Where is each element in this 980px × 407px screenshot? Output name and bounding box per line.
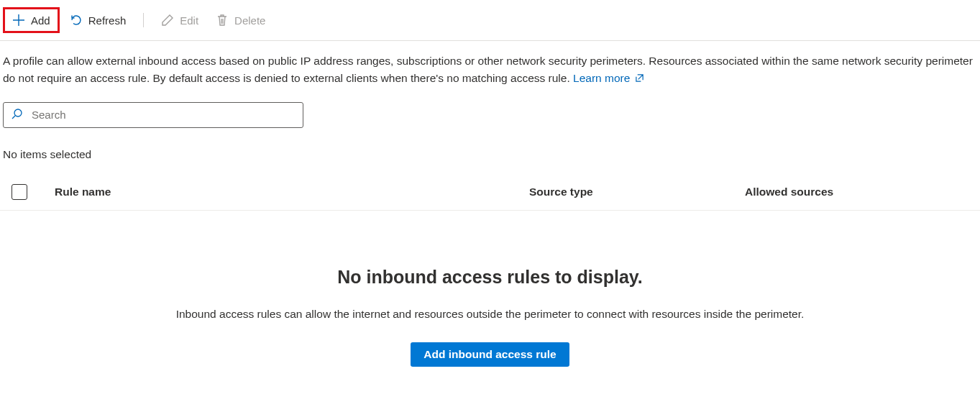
- refresh-button[interactable]: Refresh: [63, 9, 134, 31]
- external-link-icon: [635, 70, 644, 88]
- refresh-button-label: Refresh: [88, 14, 127, 27]
- learn-more-link[interactable]: Learn more: [573, 72, 644, 84]
- empty-state: No inbound access rules to display. Inbo…: [0, 211, 980, 367]
- description-text: A profile can allow external inbound acc…: [0, 41, 980, 88]
- empty-state-title: No inbound access rules to display.: [0, 267, 980, 288]
- pencil-icon: [161, 14, 174, 27]
- search-input[interactable]: [32, 109, 296, 121]
- add-inbound-rule-button[interactable]: Add inbound access rule: [411, 342, 569, 367]
- column-header-allowed-sources[interactable]: Allowed sources: [745, 186, 977, 198]
- toolbar: Add Refresh Edit Delete: [0, 0, 980, 41]
- refresh-icon: [70, 14, 83, 27]
- learn-more-label: Learn more: [573, 72, 630, 84]
- add-button-highlight: Add: [3, 7, 60, 33]
- svg-point-0: [14, 109, 22, 116]
- selection-status: No items selected: [3, 148, 977, 161]
- plus-icon: [12, 14, 25, 27]
- trash-icon: [216, 14, 229, 27]
- table-header-row: Rule name Source type Allowed sources: [0, 161, 980, 211]
- empty-state-subtitle: Inbound access rules can allow the inter…: [0, 308, 980, 321]
- add-button-label: Add: [31, 14, 50, 27]
- description-body: A profile can allow external inbound acc…: [3, 55, 973, 84]
- search-icon: [11, 108, 23, 122]
- column-header-rule-name[interactable]: Rule name: [55, 186, 529, 198]
- toolbar-divider: [143, 13, 144, 27]
- delete-button[interactable]: Delete: [209, 9, 273, 31]
- add-button[interactable]: Add: [5, 9, 58, 31]
- search-wrapper: [3, 102, 977, 128]
- column-header-source-type[interactable]: Source type: [529, 186, 745, 198]
- edit-button[interactable]: Edit: [154, 9, 206, 31]
- delete-button-label: Delete: [234, 14, 265, 27]
- select-all-checkbox[interactable]: [12, 184, 27, 200]
- edit-button-label: Edit: [180, 14, 198, 27]
- search-box[interactable]: [3, 102, 303, 128]
